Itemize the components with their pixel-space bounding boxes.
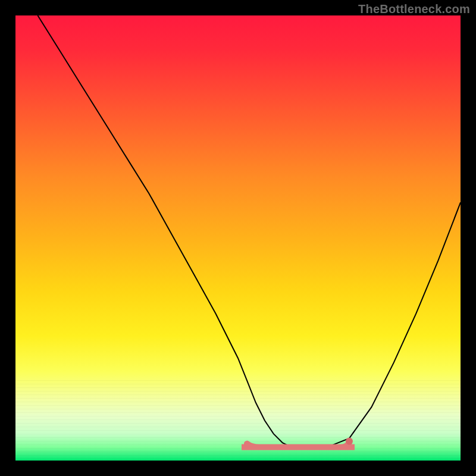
optimal-range-end-dot — [346, 438, 353, 445]
curve-svg — [15, 15, 461, 461]
chart-frame: TheBottleneck.com — [0, 0, 476, 476]
plot-area — [15, 15, 461, 461]
bottleneck-curve — [37, 15, 461, 447]
watermark-text: TheBottleneck.com — [358, 2, 470, 16]
